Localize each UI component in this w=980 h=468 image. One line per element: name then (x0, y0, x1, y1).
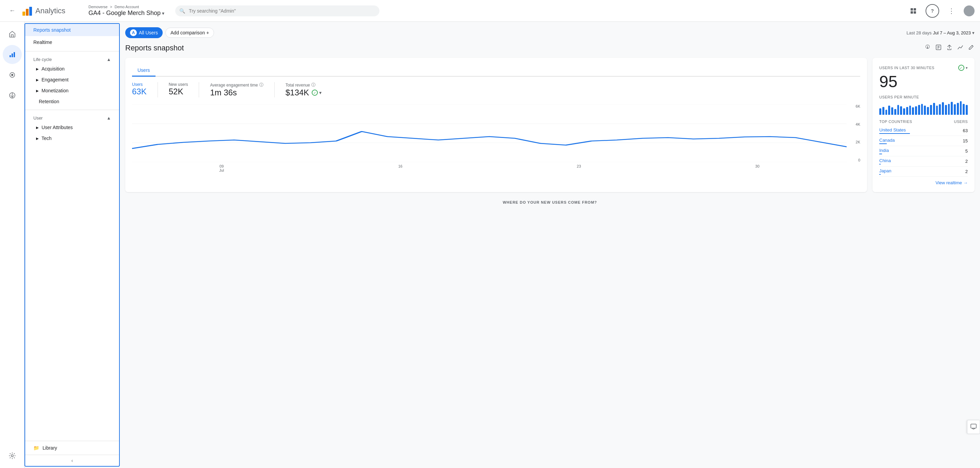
view-realtime-link[interactable]: View realtime → (879, 180, 968, 185)
topbar-left: ← Analytics (5, 4, 80, 18)
users-metric-value: 63K (132, 87, 147, 96)
share-button[interactable] (946, 44, 953, 53)
cards-row: Users Users 63K New users 52K (125, 58, 975, 192)
sidebar-collapse-button[interactable]: ‹ (25, 455, 119, 466)
page-actions (924, 44, 975, 53)
new-users-metric: New users 52K (169, 82, 188, 97)
view-trends-button[interactable] (957, 44, 964, 53)
filter-bar: A All Users Add comparison + Last 28 day… (125, 27, 975, 38)
country-name[interactable]: United States (879, 128, 910, 133)
country-users: 2 (966, 159, 968, 164)
apps-grid-button[interactable] (907, 4, 920, 18)
help-button[interactable]: ? (926, 4, 939, 18)
realtime-dropdown-icon[interactable]: ▾ (966, 66, 968, 70)
mini-bar (897, 105, 899, 115)
mini-bar (885, 110, 888, 115)
main-chart-card: Users Users 63K New users 52K (125, 58, 867, 192)
lifecycle-section[interactable]: Life cycle ▲ (25, 54, 119, 63)
search-input[interactable] (175, 5, 379, 16)
page-header: Reports snapshot (125, 43, 975, 53)
mini-bar (906, 107, 908, 115)
reports-snapshot-label: Reports snapshot (33, 27, 71, 33)
country-row: India 5 (879, 146, 968, 157)
edit-button[interactable] (968, 44, 975, 53)
chart-svg (132, 104, 846, 162)
nav-explore[interactable] (3, 65, 22, 85)
mini-bar (939, 104, 941, 115)
nav-home[interactable] (3, 24, 22, 43)
upm-label: USERS PER MINUTE (879, 95, 968, 99)
mini-bar (936, 105, 938, 115)
metric-divider-1 (158, 82, 158, 97)
mini-bar (927, 107, 929, 115)
search-bar[interactable] (175, 5, 379, 16)
sidebar-item-reports-snapshot[interactable]: Reports snapshot (25, 24, 119, 36)
mini-bar (960, 101, 962, 115)
revenue-dropdown-icon[interactable]: ▾ (319, 90, 321, 95)
total-revenue-label: Total revenue ⓘ (285, 82, 321, 88)
mini-bar (912, 107, 914, 115)
country-name[interactable]: India (879, 148, 889, 153)
customize-report-button[interactable] (935, 44, 942, 53)
avg-engagement-label: Average engagement time ⓘ (210, 82, 263, 88)
date-chevron-icon: ▾ (972, 30, 975, 35)
property-selector[interactable]: Demoverse > Demo Account GA4 - Google Me… (89, 5, 164, 17)
sidebar-item-engagement[interactable]: ▶ Engagement (25, 74, 119, 85)
metrics-row: Users 63K New users 52K Average engageme… (132, 82, 860, 97)
add-comparison-button[interactable]: Add comparison + (165, 27, 214, 38)
all-users-badge[interactable]: A All Users (125, 27, 163, 38)
avatar[interactable] (964, 5, 975, 16)
users-metric: Users 63K (132, 82, 147, 97)
sidebar-item-retention[interactable]: Retention (25, 96, 119, 107)
chart-x-labels: 09Jul 16 23 30 (132, 164, 846, 173)
back-button[interactable]: ← (5, 4, 19, 18)
nav-reports[interactable] (3, 45, 22, 64)
mini-bar (891, 107, 893, 115)
sidebar: Reports snapshot Realtime Life cycle ▲ ▶… (24, 23, 120, 466)
mini-bar (930, 105, 932, 115)
users-tab[interactable]: Users (132, 65, 156, 77)
mini-bar (915, 106, 917, 115)
svg-rect-5 (911, 11, 913, 14)
user-section[interactable]: User ▲ (25, 113, 119, 122)
main-layout: Reports snapshot Realtime Life cycle ▲ ▶… (0, 22, 980, 468)
topbar: ← Analytics Demoverse > Demo Account GA4… (0, 0, 980, 22)
breadcrumb: Demoverse > Demo Account (89, 5, 164, 9)
nav-settings[interactable] (3, 446, 22, 465)
mini-bar (921, 104, 923, 115)
svg-rect-9 (14, 52, 15, 57)
sidebar-item-library[interactable]: 📁 Library (25, 441, 119, 455)
svg-point-11 (11, 74, 13, 76)
country-bar (879, 164, 881, 165)
country-row: United States 63 (879, 126, 968, 136)
country-name[interactable]: Japan (879, 168, 891, 173)
account-selector[interactable]: GA4 - Google Merch Shop ▾ (89, 10, 164, 17)
svg-rect-2 (29, 7, 32, 16)
country-name[interactable]: China (879, 158, 891, 163)
sidebar-item-realtime[interactable]: Realtime (25, 36, 119, 48)
feedback-button[interactable] (967, 420, 980, 434)
country-users: 63 (963, 128, 968, 133)
more-options-button[interactable]: ⋮ (945, 4, 958, 18)
insights-button[interactable] (924, 44, 931, 53)
country-row: China 2 (879, 157, 968, 166)
date-range-selector[interactable]: Last 28 days Jul 7 – Aug 3, 2023 ▾ (907, 30, 975, 35)
mini-bar (945, 105, 947, 115)
mini-bar (894, 109, 896, 115)
sidebar-item-user-attributes[interactable]: ▶ User Attributes (25, 122, 119, 133)
mini-bar (951, 102, 953, 115)
realtime-label: Realtime (33, 40, 52, 45)
nav-advertising[interactable] (3, 86, 22, 105)
mini-bar (957, 103, 959, 115)
svg-rect-1 (26, 9, 29, 16)
chevron-left-icon: ‹ (72, 458, 73, 463)
library-icon: 📁 (33, 445, 39, 450)
chart-y-labels: 6K 4K 2K 0 (848, 104, 860, 162)
country-name[interactable]: Canada (879, 137, 895, 143)
sidebar-item-tech[interactable]: ▶ Tech (25, 133, 119, 144)
sidebar-item-acquisition[interactable]: ▶ Acquisition (25, 63, 119, 74)
countries-list: United States 63 Canada 15 India 5 China… (879, 126, 968, 177)
user-collapse-icon: ▲ (107, 115, 111, 121)
svg-rect-8 (11, 53, 13, 57)
sidebar-item-monetization[interactable]: ▶ Monetization (25, 85, 119, 96)
